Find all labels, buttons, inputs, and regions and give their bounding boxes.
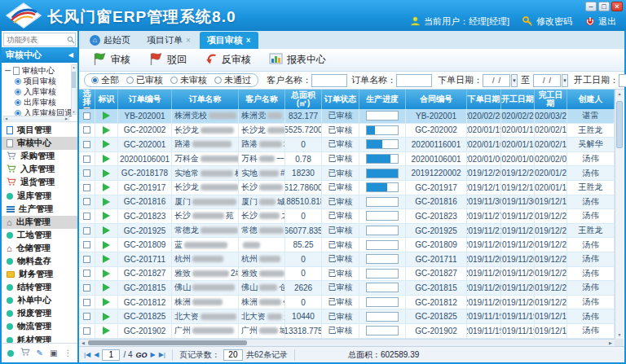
row-select-cell[interactable] [79,281,95,295]
tree-item[interactable]: 入库审核 [5,86,69,97]
column-header[interactable]: 订单名称 [172,90,239,109]
collapse-icon[interactable]: ◀ [68,51,73,59]
grid-vertical-scrollbar[interactable]: ▲ ▼ [615,90,624,339]
toolbar-button[interactable]: 驳回 [142,50,193,71]
sidebar-module-item[interactable]: 财务管理 [2,268,77,281]
column-header[interactable]: 订单状态 [322,90,359,109]
last-page-button[interactable]: ▶| [159,351,165,358]
row-checkbox[interactable] [83,112,90,120]
column-header[interactable]: 合同编号 [406,90,467,109]
grid-horizontal-scrollbar[interactable]: ◀ ▶ [79,339,615,346]
scroll-up-icon[interactable]: ▲ [615,91,624,96]
column-header[interactable]: 生产进度 [359,90,406,109]
order-date-to-input[interactable] [533,74,561,87]
tree-item[interactable]: 出库审核 [5,97,69,107]
sidebar-module-item[interactable]: ⌂出库管理 [2,216,77,229]
scroll-right-icon[interactable]: ▶ [606,340,615,346]
sidebar-module-item[interactable]: 入库管理 [2,163,77,176]
cart-icon[interactable] [20,348,30,358]
filter-radio[interactable]: 已审核 [126,74,163,86]
scroll-right-icon[interactable]: ▶ [65,116,68,121]
table-row[interactable]: GC-201809蓝85.25已审核GC-2018092019/11/20201… [79,238,615,252]
row-checkbox[interactable] [83,198,90,205]
row-select-cell[interactable] [79,181,95,195]
sidebar-module-item[interactable]: 退库管理 [2,189,77,202]
row-select-cell[interactable] [79,109,95,123]
column-header[interactable]: 开工日期 [501,90,535,109]
tab-close-icon[interactable]: × [186,36,191,45]
first-page-button[interactable]: |◀ [84,351,90,358]
sidebar-module-item[interactable]: 审核中心 [2,137,77,150]
table-row[interactable]: GC-201823长沙苑长沙之..0已审核GC-2018232019/11/27… [79,209,615,224]
toolbar-button[interactable]: 审核 [86,50,137,71]
scroll-left-icon[interactable]: ◀ [79,340,87,346]
row-select-cell[interactable] [79,209,95,223]
row-select-cell[interactable] [79,195,95,209]
column-header[interactable]: 订单编号 [118,90,172,109]
sidebar-module-item[interactable]: 工地管理 [2,229,77,242]
tab-item[interactable]: 项目审核× [200,32,258,49]
tree-vertical-scrollbar[interactable]: ▲ ▼ [71,64,77,115]
go-button[interactable]: GO [136,351,148,359]
tree-root-item[interactable]: ─审核中心 [5,65,69,76]
row-select-cell[interactable] [79,152,95,166]
tree-scroll-thumb[interactable] [72,72,76,88]
scroll-down-icon[interactable]: ▼ [615,332,624,337]
logout-button[interactable]: 退出 [585,15,616,28]
tab-item[interactable]: 项目订单× [139,32,198,49]
row-select-cell[interactable] [79,166,95,180]
customer-name-input[interactable] [311,74,347,87]
column-header[interactable]: 下单日期 [467,90,501,109]
order-date-from-input[interactable] [483,74,510,87]
column-header[interactable]: 完工日期 [535,90,567,109]
sidebar-panel-header[interactable]: 审核中心 ◀ [2,47,77,63]
sidebar-module-item[interactable]: 生产管理 [2,203,77,216]
sidebar-module-item[interactable]: 采购管理 [2,150,77,163]
close-button[interactable]: × [611,2,623,11]
scroll-up-icon[interactable]: ▲ [72,65,76,69]
row-select-cell[interactable] [79,309,95,323]
row-select-cell[interactable] [79,138,95,151]
row-select-cell[interactable] [79,324,95,338]
sidebar-module-item[interactable]: 物料盘存 [2,255,77,268]
table-row[interactable]: GC-201827雅致2#雅致2#0已审核GC-2018272019/11/20… [79,267,615,282]
toolbar-button[interactable]: 反审核 [198,50,258,70]
table-row[interactable]: GC-201925常德龙10常德原..266077.835..已审核GC-201… [79,224,615,239]
tab-item[interactable]: ⌂起始页 [82,32,138,49]
sidebar-module-item[interactable]: ⌂仓储管理 [2,242,77,255]
table-row[interactable]: GC-201816厦门厦门城望188510.818已审核GC-201816201… [79,195,615,210]
row-select-cell[interactable] [79,238,95,252]
row-checkbox[interactable] [83,327,90,335]
dot-icon[interactable] [7,350,14,357]
sidebar-module-item[interactable]: 报废管理 [2,307,77,320]
sidebar-module-item[interactable]: 物流管理 [2,320,77,333]
filter-radio[interactable]: 未通过 [214,74,251,86]
row-select-cell[interactable] [79,124,95,138]
row-checkbox[interactable] [83,284,90,292]
pencil-icon[interactable]: ✎ [37,349,43,357]
row-checkbox[interactable] [83,270,90,277]
search-icon[interactable] [67,33,75,47]
change-password-button[interactable]: 修改密码 [522,15,572,28]
table-row[interactable]: GC-201902广州广州城轨13318.775已审核GC-2019022019… [79,324,615,339]
grid-hscroll-thumb[interactable] [88,340,247,345]
minimize-button[interactable]: – [585,2,597,11]
table-row[interactable]: GC-201825北大资北大资无..10440已审核GC-2018252019/… [79,309,615,324]
table-row[interactable]: YB-202001株洲党校株洲党凤..832.177已审核YB-20200120… [79,109,615,124]
sidebar-module-item[interactable]: 补单中心 [2,294,77,307]
row-checkbox[interactable] [83,299,90,306]
table-row[interactable]: GC-201917长沙龙2#长沙天..8512.78600..已审核GC-201… [79,181,615,195]
row-select-cell[interactable] [79,252,95,266]
next-page-button[interactable]: ▶ [151,351,156,358]
row-checkbox[interactable] [83,256,90,263]
row-checkbox[interactable] [83,213,90,220]
table-row[interactable]: GC-202001路港路港墙0已审核202001160012020/01/162… [79,138,615,152]
box-icon[interactable]: ▣ [50,349,57,357]
row-checkbox[interactable] [83,141,90,148]
sidebar-module-item[interactable]: 退货管理 [2,176,77,189]
table-row[interactable]: GC-202002长沙龙长沙龙苑..65525.7200..已审核GC-2020… [79,124,615,138]
column-header[interactable]: 总面积(㎡) [285,90,322,109]
order-date-to-dropdown[interactable]: ▼ [562,74,568,87]
row-checkbox[interactable] [83,184,90,191]
column-header[interactable]: 标识 [95,90,118,109]
